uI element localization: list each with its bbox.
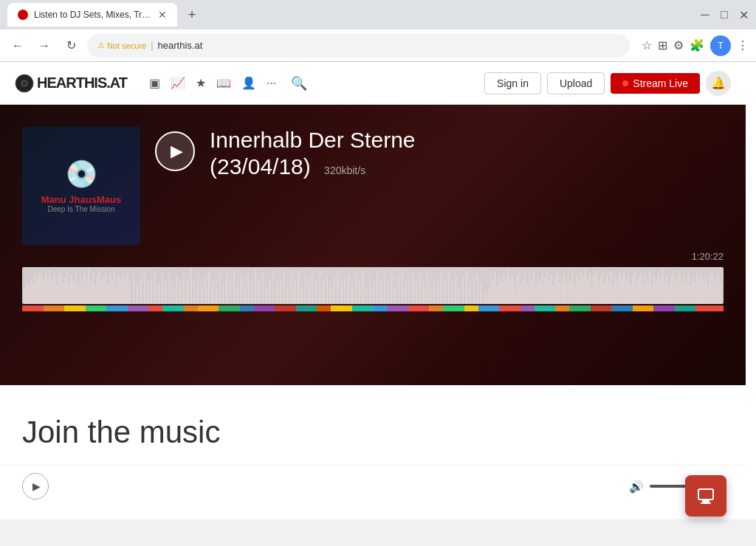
star-nav-icon[interactable]: ★ bbox=[196, 76, 206, 90]
album-art: 💿 Manu JhausMaus Deep Is The Mission bbox=[22, 127, 140, 245]
url-input[interactable]: ⚠ Not secure | hearthis.at bbox=[87, 34, 630, 58]
person-icon[interactable]: 👤 bbox=[241, 76, 256, 90]
track-duration: 1:20:22 bbox=[692, 251, 724, 262]
minimize-button[interactable]: ─ bbox=[700, 10, 710, 20]
join-music-title: Join the music bbox=[22, 415, 724, 450]
address-bar: ← → ↻ ⚠ Not secure | hearthis.at ☆ ⊞ ⚙ 🧩… bbox=[0, 30, 756, 62]
signin-button[interactable]: Sign in bbox=[484, 72, 541, 94]
tab-close-button[interactable]: ✕ bbox=[158, 9, 167, 21]
bottom-play-button[interactable]: ▶ bbox=[22, 473, 49, 500]
waveform-svg[interactable] bbox=[22, 267, 724, 304]
bottom-bar: ▶ 🔊 bbox=[0, 465, 746, 507]
svg-rect-263 bbox=[22, 267, 724, 304]
bookmark-icon[interactable]: ☆ bbox=[642, 38, 652, 52]
browser-tab[interactable]: Listen to DJ Sets, Mixes, Tracks a... ✕ bbox=[7, 3, 177, 27]
notifications-button[interactable]: 🔔 bbox=[706, 71, 731, 96]
player-top: 💿 Manu JhausMaus Deep Is The Mission ▶ bbox=[22, 127, 724, 245]
more-icon[interactable]: ··· bbox=[267, 77, 276, 90]
stream-live-button[interactable]: Stream Live bbox=[611, 73, 700, 94]
extensions-grid-icon[interactable]: ⊞ bbox=[658, 38, 667, 52]
color-bar bbox=[22, 305, 724, 311]
security-warning: ⚠ Not secure bbox=[97, 41, 146, 50]
settings-icon[interactable]: ⚙ bbox=[673, 38, 684, 52]
site-content: HEARTHIS.AT ▣ 📈 ★ 📖 👤 ··· 🔍 Sign bbox=[0, 62, 756, 519]
header-nav-icons: ▣ 📈 ★ 📖 👤 ··· 🔍 bbox=[149, 75, 307, 91]
svg-rect-264 bbox=[698, 489, 713, 500]
player-section: 💿 Manu JhausMaus Deep Is The Mission ▶ bbox=[0, 105, 746, 385]
profile-avatar[interactable]: T bbox=[710, 35, 731, 56]
chart-icon[interactable]: 📈 bbox=[171, 76, 185, 90]
play-icon: ▶ bbox=[171, 142, 183, 161]
browser-window: Listen to DJ Sets, Mixes, Tracks a... ✕ … bbox=[0, 0, 756, 519]
warning-icon: ⚠ bbox=[97, 41, 105, 50]
fab-button[interactable] bbox=[685, 475, 726, 516]
tab-favicon bbox=[18, 10, 28, 20]
waveform-peaks bbox=[22, 267, 724, 304]
book-icon[interactable]: 📖 bbox=[216, 76, 231, 90]
album-art-inner: 💿 Manu JhausMaus Deep Is The Mission bbox=[22, 127, 140, 245]
reload-button[interactable]: ↻ bbox=[61, 35, 81, 56]
browser-menu-icon[interactable]: ⋮ bbox=[737, 38, 749, 52]
track-info: Innerhalb Der Sterne (23/04/18) 320kbit/… bbox=[210, 127, 416, 180]
title-bar: Listen to DJ Sets, Mixes, Tracks a... ✕ … bbox=[0, 0, 756, 30]
address-right-icons: ☆ ⊞ ⚙ 🧩 T ⋮ bbox=[642, 35, 749, 56]
bottom-play-icon: ▶ bbox=[32, 480, 41, 492]
main-play-button[interactable]: ▶ bbox=[155, 131, 195, 171]
volume-icon: 🔊 bbox=[629, 480, 644, 494]
doc-icon[interactable]: ▣ bbox=[149, 76, 160, 90]
track-title: Innerhalb Der Sterne (23/04/18) 320kbit/… bbox=[210, 127, 416, 180]
svg-point-2 bbox=[23, 82, 26, 85]
waveform-area: 1:20:22 bbox=[22, 267, 724, 311]
url-display: hearthis.at bbox=[158, 40, 203, 51]
search-icon[interactable]: 🔍 bbox=[291, 75, 307, 91]
below-player-section: Join the music bbox=[0, 385, 746, 465]
logo-record-icon bbox=[15, 74, 34, 93]
track-bitrate: 320kbit/s bbox=[324, 165, 365, 176]
live-dot-icon bbox=[622, 80, 628, 86]
puzzle-icon[interactable]: 🧩 bbox=[690, 38, 704, 52]
bell-icon: 🔔 bbox=[711, 76, 726, 90]
tab-title: Listen to DJ Sets, Mixes, Tracks a... bbox=[34, 10, 152, 20]
svg-rect-265 bbox=[702, 500, 709, 502]
fab-icon bbox=[696, 486, 715, 505]
close-button[interactable]: ✕ bbox=[738, 10, 749, 20]
upload-button[interactable]: Upload bbox=[547, 72, 605, 94]
vinyl-disc-icon: 💿 bbox=[65, 159, 98, 190]
site-logo[interactable]: HEARTHIS.AT bbox=[15, 74, 127, 93]
back-button[interactable]: ← bbox=[7, 35, 28, 56]
maximize-button[interactable]: □ bbox=[719, 10, 729, 20]
site-header: HEARTHIS.AT ▣ 📈 ★ 📖 👤 ··· 🔍 Sign bbox=[0, 62, 746, 105]
window-controls: ─ □ ✕ bbox=[700, 10, 749, 20]
new-tab-button[interactable]: + bbox=[182, 4, 202, 25]
forward-button[interactable]: → bbox=[34, 35, 55, 56]
svg-rect-266 bbox=[701, 502, 711, 504]
